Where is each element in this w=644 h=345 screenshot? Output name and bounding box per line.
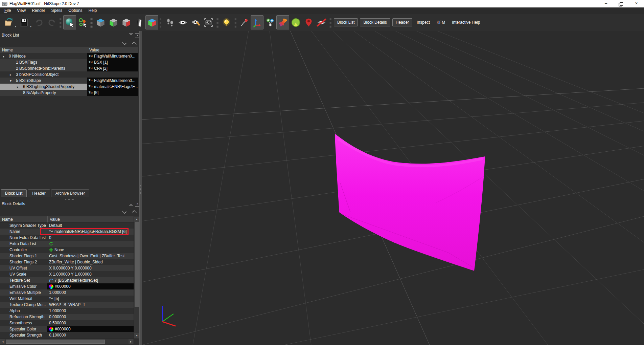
- block-list-row[interactable]: 2 BSConnectPoint::ParentsTxtCPA [2]: [0, 65, 138, 71]
- save-icon[interactable]: [17, 15, 30, 29]
- viewport-3d[interactable]: [142, 31, 644, 345]
- menu-options[interactable]: Options: [65, 7, 85, 14]
- block-details-row[interactable]: UV ScaleX 1.000000 Y 1.000000: [0, 271, 134, 277]
- tab-block-list[interactable]: Block List: [1, 189, 27, 197]
- toolbar-button-header[interactable]: Header: [392, 18, 412, 26]
- tree-collapsed-icon[interactable]: ▸: [10, 72, 16, 78]
- block-details-row[interactable]: Extra Data List: [0, 241, 134, 247]
- detail-value-cell[interactable]: [47, 241, 134, 247]
- column-header-value[interactable]: Value: [47, 216, 134, 222]
- chevron-up-icon[interactable]: [132, 210, 137, 215]
- tab-archive-browser[interactable]: Archive Browser: [51, 189, 89, 197]
- block-details-row[interactable]: Emissive Multiple1.000000: [0, 289, 134, 296]
- tree-expanded-icon[interactable]: ▾: [3, 53, 9, 59]
- block-details-row[interactable]: Texture Clamp Mo...WRAP_S_WRAP_T: [0, 302, 134, 308]
- flag-mesh[interactable]: [335, 134, 485, 271]
- block-details-vertical-scrollbar[interactable]: ▴ ▾: [134, 216, 139, 339]
- hide-icon[interactable]: [315, 15, 328, 29]
- detail-value-cell[interactable]: 7 [BSShaderTextureSet]: [47, 277, 134, 283]
- panel-splitter-handle[interactable]: [65, 199, 74, 200]
- dock-splitter[interactable]: [139, 31, 142, 345]
- detail-value-cell[interactable]: X 0.000000 Y 0.000000: [47, 265, 134, 271]
- show-nodes-icon[interactable]: [263, 15, 276, 29]
- minimize-button[interactable]: –: [598, 0, 614, 7]
- chevron-down-icon[interactable]: [122, 209, 127, 214]
- scroll-left-icon[interactable]: ◂: [0, 339, 5, 344]
- tree-expanded-icon[interactable]: ▾: [10, 78, 16, 84]
- redo-icon[interactable]: [45, 15, 58, 29]
- column-header-name[interactable]: Name: [0, 216, 47, 222]
- block-details-row[interactable]: Emissive Color#000000: [0, 283, 134, 289]
- toolbar-button-inspect[interactable]: Inspect: [414, 19, 433, 26]
- show-hidden-icon[interactable]: [176, 15, 189, 29]
- save-icon-dropdown[interactable]: ▾: [30, 25, 31, 28]
- walk-mode-icon[interactable]: [163, 15, 176, 29]
- block-details-row[interactable]: Wet MaterialTxt[5]: [0, 296, 134, 302]
- float-panel-icon[interactable]: [129, 202, 133, 206]
- block-details-row[interactable]: Shader Flags 1Cast_Shadows | Own_Emit | …: [0, 253, 134, 259]
- detail-value-cell[interactable]: 0.000000: [47, 314, 134, 320]
- scroll-right-icon[interactable]: ▸: [129, 339, 133, 344]
- scrollbar-thumb[interactable]: [6, 340, 105, 344]
- view-side-icon[interactable]: [120, 15, 133, 29]
- detail-value-cell[interactable]: 0: [47, 235, 134, 241]
- toolbar-button-interactive-help[interactable]: Interactive Help: [449, 19, 483, 26]
- screenshot-icon[interactable]: [202, 15, 215, 29]
- detail-value-cell[interactable]: 0.500000: [47, 320, 134, 326]
- block-details-row[interactable]: UV OffsetX 0.000000 Y 0.000000: [0, 265, 134, 271]
- detail-value-cell[interactable]: X 1.000000 Y 1.000000: [47, 271, 134, 277]
- detail-value-cell[interactable]: 1.000000: [47, 289, 134, 296]
- view-perspective-icon[interactable]: [145, 15, 158, 29]
- tree-value-cell[interactable]: TxtFlagWallMinutemen0...: [87, 53, 138, 59]
- menu-spells[interactable]: Spells: [48, 7, 66, 14]
- menu-file[interactable]: File: [1, 7, 14, 14]
- block-details-horizontal-scrollbar[interactable]: ◂ ▸: [0, 339, 134, 344]
- block-details-row[interactable]: Specular Strength0.100000: [0, 332, 134, 338]
- open-file-icon[interactable]: [2, 15, 15, 29]
- block-details-row[interactable]: Shader Flags 2ZBuffer_Write | Double_Sid…: [0, 259, 134, 265]
- chevron-down-icon[interactable]: [122, 41, 127, 45]
- view-user-icon[interactable]: [133, 15, 145, 29]
- show-axes-icon[interactable]: [251, 15, 263, 29]
- block-details-row[interactable]: Specular Color#000000: [0, 326, 134, 332]
- block-details-row[interactable]: Texture Set7 [BSShaderTextureSet]: [0, 277, 134, 283]
- block-list-row[interactable]: 1 BSXFlagsTxtBSX [1]: [0, 59, 138, 65]
- block-details-row[interactable]: ControllerNone: [0, 247, 134, 253]
- scroll-down-icon[interactable]: ▾: [134, 333, 139, 338]
- edit-view-icon[interactable]: [189, 15, 202, 29]
- column-header-value[interactable]: Value: [87, 47, 138, 53]
- toolbar-button-kfm[interactable]: KFM: [434, 19, 448, 26]
- block-details-row[interactable]: Smoothness0.500000: [0, 320, 134, 326]
- restore-button[interactable]: [614, 0, 629, 7]
- block-list-row[interactable]: 8 NiAlphaPropertyTxt[5]: [0, 90, 138, 96]
- scrollbar-thumb[interactable]: [135, 222, 139, 307]
- tab-header[interactable]: Header: [28, 189, 50, 197]
- block-list-row[interactable]: ▾5 BSTriShapeTxtFlagWallMinutemen0...: [0, 78, 138, 84]
- show-bones-icon[interactable]: [276, 15, 289, 29]
- block-list-row[interactable]: ▸6 BSLightingShaderPropertyTxtmaterials\…: [0, 84, 138, 90]
- detail-value-cell[interactable]: None: [47, 247, 134, 253]
- view-top-icon[interactable]: [94, 15, 107, 29]
- select-vertex-icon[interactable]: [76, 15, 89, 29]
- column-header-name[interactable]: Name: [0, 47, 87, 53]
- detail-value-cell[interactable]: Cast_Shadows | Own_Emit | ZBuffer_Test: [47, 253, 134, 259]
- show-markers-icon[interactable]: [302, 15, 315, 29]
- toolbar-button-block-details[interactable]: Block Details: [360, 18, 390, 26]
- detail-value-cell[interactable]: #000000: [47, 283, 134, 289]
- scroll-up-icon[interactable]: ▴: [134, 217, 139, 222]
- tree-collapsed-icon[interactable]: ▸: [17, 84, 23, 90]
- toolbar-button-block-list[interactable]: Block List: [334, 18, 358, 26]
- block-list-row[interactable]: ▾0 NiNodeTxtFlagWallMinutemen0...: [0, 53, 138, 59]
- block-list-row[interactable]: ▸3 bhkNPCollisionObject: [0, 71, 138, 78]
- float-panel-icon[interactable]: [129, 33, 133, 37]
- close-button[interactable]: ×: [629, 0, 644, 7]
- chevron-up-icon[interactable]: [132, 42, 137, 46]
- detail-value-cell[interactable]: Txt[5]: [47, 296, 134, 302]
- view-front-icon[interactable]: [107, 15, 120, 29]
- menu-view[interactable]: View: [14, 7, 29, 14]
- block-details-row[interactable]: Alpha1.000000: [0, 308, 134, 314]
- open-file-icon-dropdown[interactable]: ▾: [15, 25, 16, 28]
- detail-value-cell[interactable]: WRAP_S_WRAP_T: [47, 302, 134, 308]
- undo-icon[interactable]: [32, 15, 45, 29]
- tree-value-cell[interactable]: Txt[5]: [87, 90, 138, 96]
